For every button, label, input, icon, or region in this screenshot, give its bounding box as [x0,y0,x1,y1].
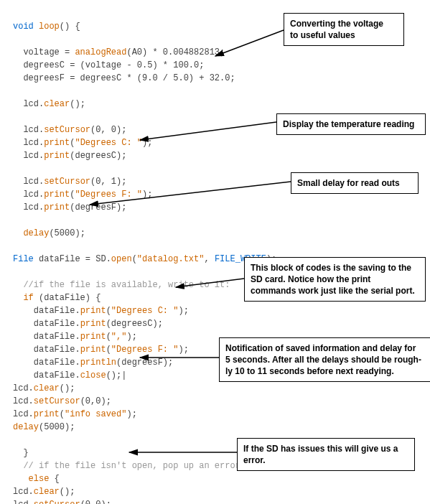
annotation-saved-info: Notification of saved information and de… [219,337,430,382]
annotation-delay: Small delay for read outs [291,172,419,194]
annotation-display: Display the temperature reading [276,113,426,135]
annotation-voltage: Converting the voltageto useful values [284,13,404,46]
annotation-sd-error: If the SD has issues this will give us a… [237,438,415,471]
annotation-sd-save: This block of codes is the saving to the… [244,257,426,302]
code-block: void loop() { voltage = analogRead(A0) *… [13,7,276,504]
